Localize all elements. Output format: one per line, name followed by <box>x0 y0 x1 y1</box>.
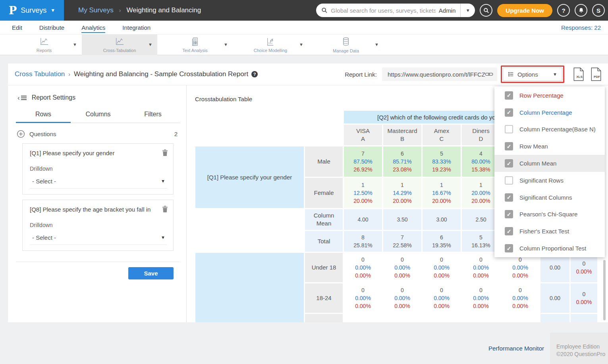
save-button[interactable]: Save <box>128 267 174 279</box>
upgrade-now-button[interactable]: Upgrade Now <box>497 4 552 17</box>
edition-label: Employee Edition <box>556 343 608 351</box>
copyright-label: ©2020 QuestionPro <box>556 351 608 358</box>
breadcrumb-cross-tabulation[interactable]: Cross Tabulation <box>15 70 65 78</box>
menu-item-row-mean[interactable]: ✓Row Mean <box>494 138 605 155</box>
vertical-scrollbar[interactable] <box>603 260 606 320</box>
toolbar-item-choice-modelling[interactable]: Choice Modelling▼ <box>233 35 308 55</box>
menu-item-column-percentage-base-n-[interactable]: Column Percentage(Base N) <box>494 121 605 138</box>
chevron-down-icon[interactable]: ▼ <box>374 42 379 47</box>
table-cell <box>383 314 421 322</box>
menu-item-row-percentage[interactable]: ✓Row Percentage <box>494 87 605 104</box>
drilldown-select-q1[interactable]: - Select - ▼ <box>30 178 167 189</box>
toolbar-item-text-analysis[interactable]: Text Analysis▼ <box>157 35 233 55</box>
search-input[interactable] <box>328 7 438 14</box>
document-chart-icon <box>191 37 199 48</box>
tab-rows[interactable]: Rows <box>16 111 71 123</box>
checkbox-unchecked-icon[interactable] <box>505 125 513 133</box>
crosstab-title: Crosstabulation Table <box>195 96 252 102</box>
chevron-down-icon: ▼ <box>161 235 165 240</box>
menu-item-significant-rows[interactable]: Significant Rows <box>494 172 605 189</box>
toolbar-item-label: Choice Modelling <box>254 48 287 53</box>
search-scope-dropdown[interactable]: ▼ <box>461 4 475 17</box>
tab-distribute[interactable]: Distribute <box>39 22 64 33</box>
checkbox-checked-icon[interactable]: ✓ <box>505 159 513 168</box>
toolbar-item-label: Cross-Tabulation <box>103 48 136 53</box>
database-icon <box>342 37 350 48</box>
menu-item-column-percentage[interactable]: ✓Column Percentage <box>494 104 605 121</box>
report-link-field[interactable]: https://www.questionpro.com/t/lFFCZg <box>382 67 497 81</box>
checkbox-checked-icon[interactable]: ✓ <box>505 108 513 117</box>
tab-columns[interactable]: Columns <box>71 111 125 123</box>
toolbar-item-reports[interactable]: Reports▼ <box>6 35 82 55</box>
checkbox-checked-icon[interactable]: ✓ <box>505 193 513 202</box>
product-switcher[interactable]: P Surveys ▼ <box>0 0 64 21</box>
options-dropdown-menu: ✓Row Percentage✓Column PercentageColumn … <box>494 87 605 257</box>
search-submit-button[interactable] <box>480 4 492 17</box>
menu-item-fisher-s-exact-test[interactable]: ✓Fisher's Exact Test <box>494 223 605 240</box>
options-button[interactable]: Options ▼ <box>503 67 562 81</box>
checkbox-checked-icon[interactable]: ✓ <box>505 227 513 235</box>
avatar-initial: S <box>596 7 600 14</box>
export-xls-button[interactable]: XLS <box>573 67 585 81</box>
line-chart-icon <box>39 37 49 48</box>
breadcrumb-my-surveys[interactable]: My Surveys <box>78 6 114 14</box>
menu-item-column-proportional-test[interactable]: ✓Column Proportional Test <box>494 240 605 257</box>
table-cell <box>305 314 343 322</box>
data-cell: 112.50%20.00% <box>344 178 382 208</box>
chevron-down-icon[interactable]: ▼ <box>148 42 152 47</box>
title-help-icon[interactable]: ? <box>251 71 258 77</box>
checkbox-checked-icon[interactable]: ✓ <box>505 91 513 100</box>
data-cell: 00.00%0.00% <box>462 283 500 313</box>
add-question-icon[interactable] <box>17 130 25 138</box>
menu-item-label: Column Proportional Test <box>519 245 586 252</box>
drilldown-select-q8[interactable]: - Select - ▼ <box>30 234 167 245</box>
tab-analytics[interactable]: Analytics <box>81 22 105 33</box>
chevron-down-icon[interactable]: ▼ <box>299 42 303 47</box>
checkbox-checked-icon[interactable]: ✓ <box>505 210 513 218</box>
menu-item-label: Significant Columns <box>519 194 572 201</box>
checkbox-checked-icon[interactable]: ✓ <box>505 142 513 150</box>
notifications-button[interactable] <box>575 4 587 17</box>
checkbox-unchecked-icon[interactable] <box>505 176 513 185</box>
questionpro-logo-icon: P <box>9 4 17 17</box>
data-cell: 787.50%26.92% <box>344 146 382 177</box>
row-label-total: Total <box>305 231 343 252</box>
menu-item-label: Column Percentage(Base N) <box>519 126 596 133</box>
tab-filters[interactable]: Filters <box>125 111 180 123</box>
menu-item-label: Column Percentage <box>519 109 572 116</box>
account-avatar[interactable]: S <box>592 4 605 17</box>
data-cell: 685.71%23.08% <box>383 146 421 177</box>
page-title: Weighting and Balancing - Sample Crossta… <box>74 70 248 78</box>
breadcrumb-survey-name: Weighting and Balancing <box>126 6 201 14</box>
product-name: Surveys <box>21 6 46 15</box>
link-icon[interactable] <box>485 71 493 77</box>
menu-item-pearson-s-chi-square[interactable]: ✓Pearson's Chi-Square <box>494 206 605 223</box>
row-question-q8 <box>195 253 304 322</box>
help-button[interactable]: ? <box>557 4 570 17</box>
bell-icon <box>578 8 584 13</box>
line-chart-icon <box>115 37 124 48</box>
tab-edit[interactable]: Edit <box>12 22 22 33</box>
drilldown-label: Drilldown <box>30 166 167 172</box>
chevron-down-icon[interactable]: ▼ <box>224 42 228 47</box>
toolbar-item-cross-tabulation[interactable]: Cross-Tabulation▼ <box>82 35 157 55</box>
file-icon <box>573 67 584 81</box>
breadcrumb-separator-icon: › <box>119 7 121 13</box>
list-icon <box>508 71 514 77</box>
analytics-toolbar: Reports▼Cross-Tabulation▼Text Analysis▼C… <box>0 35 608 55</box>
delete-question-button[interactable] <box>162 149 168 157</box>
table-cell <box>501 314 539 322</box>
chevron-down-icon[interactable]: ▼ <box>73 42 77 47</box>
collapse-panel-icon: ‹ <box>17 94 27 101</box>
report-settings-toggle[interactable]: ‹ Report Settings <box>17 94 186 101</box>
performance-monitor-link[interactable]: Performance Monitor <box>488 345 544 352</box>
checkbox-checked-icon[interactable]: ✓ <box>505 244 513 252</box>
menu-item-column-mean[interactable]: ✓Column Mean <box>494 155 605 172</box>
toolbar-item-manage-data[interactable]: Manage Data▼ <box>308 35 384 55</box>
menu-item-significant-columns[interactable]: ✓Significant Columns <box>494 189 605 206</box>
tab-integration[interactable]: Integration <box>122 22 151 33</box>
export-pdf-button[interactable]: PDF <box>591 67 602 81</box>
delete-question-button[interactable] <box>162 206 168 214</box>
row-total-cell: 00.00% <box>571 283 597 313</box>
row-question-q1: [Q1] Please specify your gender <box>195 146 304 208</box>
